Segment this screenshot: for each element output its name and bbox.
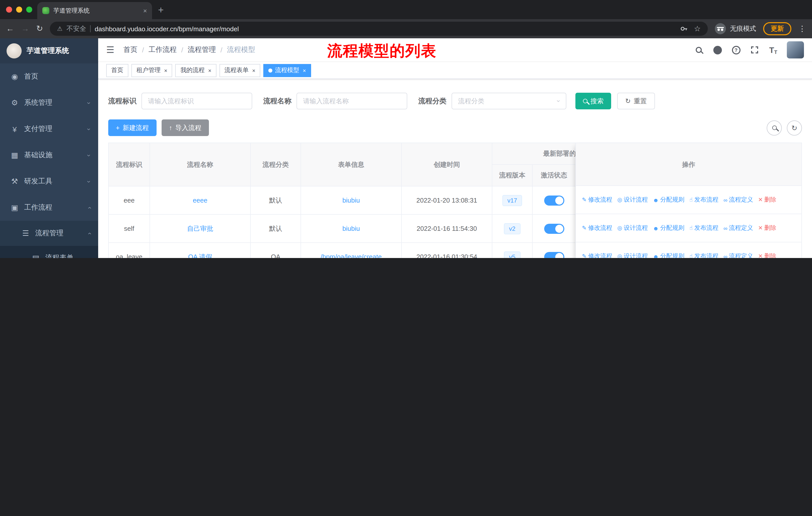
row-action-link[interactable]: ◎ 设计流程 xyxy=(617,252,648,258)
back-icon[interactable]: ← xyxy=(6,25,14,33)
chrome-update-button[interactable]: 更新 xyxy=(763,22,791,35)
row-action-link[interactable]: ☻ 分配规则 xyxy=(653,195,685,204)
process-category-select[interactable]: 流程分类 › xyxy=(452,93,566,109)
action-icon: ∞ xyxy=(723,253,727,258)
row-action-link[interactable]: ☻ 分配规则 xyxy=(653,224,685,232)
bookmark-star-icon[interactable]: ☆ xyxy=(694,24,701,33)
toggle-search-button[interactable] xyxy=(767,120,782,135)
process-id-input[interactable] xyxy=(141,93,252,109)
window-minimize-button[interactable] xyxy=(16,6,22,12)
row-action-link[interactable]: ✎ 修改流程 xyxy=(582,195,612,204)
sidebar-item-process-form[interactable]: ▤ 流程表单 xyxy=(0,246,98,258)
sidebar-toggle-icon[interactable]: ☰ xyxy=(106,44,114,55)
active-toggle[interactable] xyxy=(544,195,564,205)
version-tag[interactable]: v5 xyxy=(504,251,520,258)
action-icon: ◎ xyxy=(617,253,622,258)
sidebar-item-devtools[interactable]: ⚒ 研发工具 › xyxy=(0,168,98,194)
browser-tab[interactable]: 芋道管理系统 × xyxy=(37,2,152,19)
row-action-link[interactable]: ◎ 设计流程 xyxy=(617,195,648,204)
sidebar-item-home[interactable]: ◉ 首页 xyxy=(0,63,98,90)
process-name-link[interactable]: OA 请假 xyxy=(188,253,212,258)
url-bar[interactable]: ⚠ 不安全 dashboard.yudao.iocoder.cn/bpm/man… xyxy=(50,22,708,36)
row-action-link[interactable]: ✕ 删除 xyxy=(758,224,776,232)
avatar[interactable] xyxy=(787,41,804,58)
site-favicon-icon xyxy=(42,7,49,14)
process-name-link[interactable]: eeee xyxy=(193,196,207,204)
active-toggle[interactable] xyxy=(544,223,564,234)
tag-my-process[interactable]: 我的流程 × xyxy=(175,64,216,77)
search-button[interactable]: 搜索 xyxy=(575,93,611,109)
reload-icon[interactable]: ↻ xyxy=(36,25,43,33)
not-secure-label[interactable]: 不安全 xyxy=(66,24,86,33)
sidebar-item-payment[interactable]: ¥ 支付管理 › xyxy=(0,116,98,142)
form-info-link[interactable]: biubiu xyxy=(342,196,360,204)
row-action-link[interactable]: ∞ 流程定义 xyxy=(723,224,753,232)
close-icon[interactable]: × xyxy=(303,67,306,73)
row-action-link[interactable]: ✕ 删除 xyxy=(758,195,776,204)
sidebar-item-infrastructure[interactable]: ▦ 基础设施 › xyxy=(0,142,98,168)
tag-process-form[interactable]: 流程表单 × xyxy=(220,64,261,77)
action-icon: ∞ xyxy=(723,225,727,231)
sidebar-item-process-management[interactable]: ☰ 流程管理 › xyxy=(0,221,98,246)
window-zoom-button[interactable] xyxy=(26,6,32,12)
action-icon: ☻ xyxy=(653,253,659,258)
chevron-up-icon: › xyxy=(85,232,93,235)
chevron-down-icon: › xyxy=(85,154,93,157)
close-icon[interactable]: × xyxy=(208,67,211,73)
close-icon[interactable]: × xyxy=(252,67,256,73)
forward-icon[interactable]: → xyxy=(21,25,29,33)
help-icon[interactable]: ? xyxy=(731,45,741,55)
tab-close-icon[interactable]: × xyxy=(143,7,147,15)
process-name-link[interactable]: 自己审批 xyxy=(187,224,213,232)
breadcrumb-item[interactable]: 首页 xyxy=(123,45,138,54)
create-process-button[interactable]: + 新建流程 xyxy=(108,119,156,136)
row-action-link[interactable]: ✎ 修改流程 xyxy=(582,252,612,258)
action-icon: ✎ xyxy=(582,253,586,258)
browser-menu-icon[interactable]: ⋮ xyxy=(799,24,806,33)
active-toggle[interactable] xyxy=(544,252,564,258)
form-info-link[interactable]: biubiu xyxy=(342,225,360,232)
refresh-table-button[interactable]: ↻ xyxy=(787,120,802,135)
version-tag[interactable]: v17 xyxy=(502,195,522,206)
sidebar-item-workflow[interactable]: ▣ 工作流程 › xyxy=(0,194,98,221)
url-text[interactable]: dashboard.yudao.iocoder.cn/bpm/manager/m… xyxy=(95,25,239,32)
process-name-label: 流程名称 xyxy=(263,97,291,106)
col-header-name: 流程名称 xyxy=(150,143,251,186)
action-icon: ☝ xyxy=(689,253,693,258)
row-action-link[interactable]: ∞ 流程定义 xyxy=(723,252,753,258)
window-close-button[interactable] xyxy=(6,6,12,12)
fullscreen-icon[interactable] xyxy=(750,45,760,55)
search-icon[interactable] xyxy=(694,45,704,55)
search-icon xyxy=(583,99,587,103)
breadcrumb-item[interactable]: 工作流程 xyxy=(148,45,177,54)
github-icon[interactable] xyxy=(712,45,722,55)
import-process-button[interactable]: ↑ 导入流程 xyxy=(161,119,209,136)
window-controls xyxy=(6,6,32,12)
row-action-link[interactable]: ☝ 发布流程 xyxy=(689,195,718,204)
breadcrumb: 首页 / 工作流程 / 流程管理 / 流程模型 xyxy=(123,45,255,54)
tag-home[interactable]: 首页 xyxy=(106,64,128,77)
form-info-link[interactable]: /bpm/oa/leave/create xyxy=(321,253,382,258)
breadcrumb-item[interactable]: 流程管理 xyxy=(188,45,216,54)
row-action-link[interactable]: ✕ 删除 xyxy=(758,252,776,258)
app-logo[interactable]: 芋道管理系统 xyxy=(0,38,98,63)
tag-tenant-management[interactable]: 租户管理 × xyxy=(132,64,172,77)
row-action-link[interactable]: ✎ 修改流程 xyxy=(582,224,612,232)
row-action-link[interactable]: ◎ 设计流程 xyxy=(617,224,648,232)
row-action-link[interactable]: ☝ 发布流程 xyxy=(689,252,718,258)
filter-form: 流程标识 流程名称 流程分类 流程分类 › 搜索 ↻ 重置 xyxy=(108,93,802,109)
tag-process-model-active[interactable]: 流程模型 × xyxy=(264,64,311,77)
font-size-icon[interactable]: TT xyxy=(768,45,778,55)
row-action-link[interactable]: ∞ 流程定义 xyxy=(723,195,753,204)
password-key-icon[interactable] xyxy=(680,25,688,33)
process-name-input[interactable] xyxy=(296,93,407,109)
sidebar-item-system[interactable]: ⚙ 系统管理 › xyxy=(0,90,98,116)
row-action-link[interactable]: ☝ 发布流程 xyxy=(689,224,718,232)
incognito-indicator: 无痕模式 xyxy=(715,23,756,34)
reset-button[interactable]: ↻ 重置 xyxy=(617,93,655,109)
close-icon[interactable]: × xyxy=(164,67,167,73)
version-tag[interactable]: v2 xyxy=(504,223,520,234)
breadcrumb-separator: / xyxy=(221,46,223,54)
new-tab-button[interactable]: + xyxy=(158,4,164,16)
row-action-link[interactable]: ☻ 分配规则 xyxy=(653,252,685,258)
